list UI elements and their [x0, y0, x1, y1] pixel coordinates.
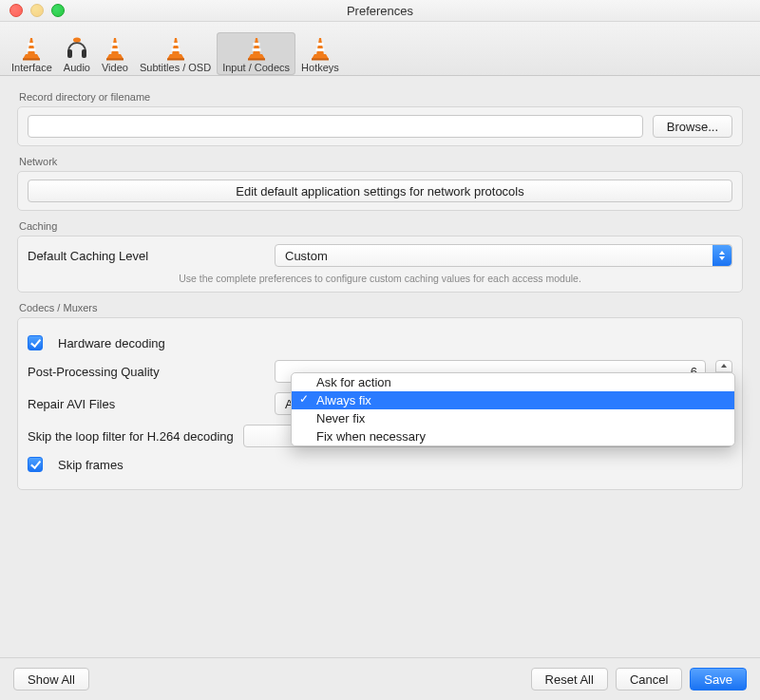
- tab-interface[interactable]: Interface: [6, 32, 58, 75]
- svg-rect-10: [171, 48, 180, 51]
- tab-label: Interface: [11, 62, 52, 73]
- bottom-bar: Show All Reset All Cancel Save: [0, 657, 760, 700]
- svg-rect-9: [172, 43, 179, 46]
- hardware-decoding-checkbox[interactable]: [28, 335, 43, 350]
- svg-rect-2: [23, 59, 40, 61]
- save-button[interactable]: Save: [690, 668, 747, 691]
- repair-avi-dropdown[interactable]: Ask for action Always fix Never fix Fix …: [291, 372, 735, 446]
- svg-rect-14: [248, 59, 265, 61]
- prefs-toolbar: Interface Audio Video Subtitles / OSD In…: [0, 22, 760, 76]
- vlc-cone-icon: [18, 35, 45, 62]
- tab-subtitles[interactable]: Subtitles / OSD: [134, 32, 217, 75]
- svg-rect-1: [28, 48, 36, 51]
- show-all-button[interactable]: Show All: [13, 668, 89, 691]
- svg-rect-16: [316, 48, 325, 51]
- svg-rect-17: [312, 59, 329, 61]
- caching-helper-text: Use the complete preferences to configur…: [28, 273, 732, 284]
- skip-loop-label: Skip the loop filter for H.264 decoding: [28, 429, 234, 444]
- section-label-network: Network: [19, 156, 741, 167]
- caching-level-value: Custom: [285, 249, 328, 263]
- vlc-cone-icon: [162, 35, 189, 62]
- svg-rect-11: [167, 59, 184, 61]
- svg-rect-3: [67, 49, 72, 58]
- dropdown-item[interactable]: Fix when necessary: [292, 427, 734, 445]
- svg-rect-0: [28, 43, 35, 46]
- headphones-icon: [64, 35, 90, 62]
- post-processing-label: Post-Processing Quality: [28, 365, 265, 379]
- vlc-cone-icon: [243, 35, 270, 62]
- vlc-cone-icon: [307, 35, 333, 62]
- tab-hotkeys[interactable]: Hotkeys: [295, 32, 345, 75]
- network-panel: Edit default application settings for ne…: [17, 171, 743, 211]
- tab-label: Hotkeys: [301, 62, 339, 73]
- section-label-record: Record directory or filename: [19, 91, 741, 103]
- svg-rect-6: [111, 43, 118, 46]
- vlc-cone-icon: [102, 35, 128, 62]
- dropdown-item[interactable]: Never fix: [292, 409, 734, 427]
- browse-button[interactable]: Browse...: [653, 115, 732, 138]
- chevrons-icon: [712, 245, 732, 266]
- svg-point-5: [73, 38, 81, 43]
- dropdown-item[interactable]: Always fix: [292, 391, 734, 409]
- svg-rect-7: [111, 48, 120, 51]
- caching-level-label: Default Caching Level: [28, 249, 265, 263]
- tab-label: Video: [102, 62, 128, 73]
- reset-all-button[interactable]: Reset All: [531, 668, 608, 691]
- tab-input-codecs[interactable]: Input / Codecs: [217, 32, 295, 75]
- window-title: Preferences: [0, 4, 760, 18]
- tab-label: Audio: [64, 62, 90, 73]
- dropdown-item[interactable]: Ask for action: [292, 373, 734, 391]
- tab-label: Subtitles / OSD: [140, 62, 211, 73]
- edit-network-protocols-button[interactable]: Edit default application settings for ne…: [28, 180, 732, 202]
- section-label-caching: Caching: [19, 220, 741, 232]
- section-label-codecs: Codecs / Muxers: [19, 302, 741, 313]
- titlebar: Preferences: [0, 0, 760, 22]
- record-panel: Browse...: [17, 106, 743, 146]
- skip-frames-checkbox[interactable]: [28, 457, 43, 472]
- repair-avi-label: Repair AVI Files: [28, 397, 265, 411]
- svg-rect-15: [316, 43, 323, 46]
- tab-audio[interactable]: Audio: [58, 32, 96, 75]
- prefs-body: Record directory or filename Browse... N…: [0, 76, 760, 657]
- cancel-button[interactable]: Cancel: [616, 668, 682, 691]
- record-path-input[interactable]: [28, 115, 643, 138]
- tab-video[interactable]: Video: [96, 32, 134, 75]
- tab-label: Input / Codecs: [222, 62, 290, 73]
- svg-rect-12: [253, 43, 259, 46]
- caching-panel: Default Caching Level Custom Use the com…: [17, 236, 743, 293]
- svg-rect-8: [106, 59, 124, 61]
- caching-level-select[interactable]: Custom: [275, 244, 732, 267]
- skip-frames-label: Skip frames: [58, 458, 124, 472]
- svg-rect-4: [82, 49, 86, 58]
- hardware-decoding-label: Hardware decoding: [58, 336, 165, 350]
- svg-rect-13: [252, 48, 260, 51]
